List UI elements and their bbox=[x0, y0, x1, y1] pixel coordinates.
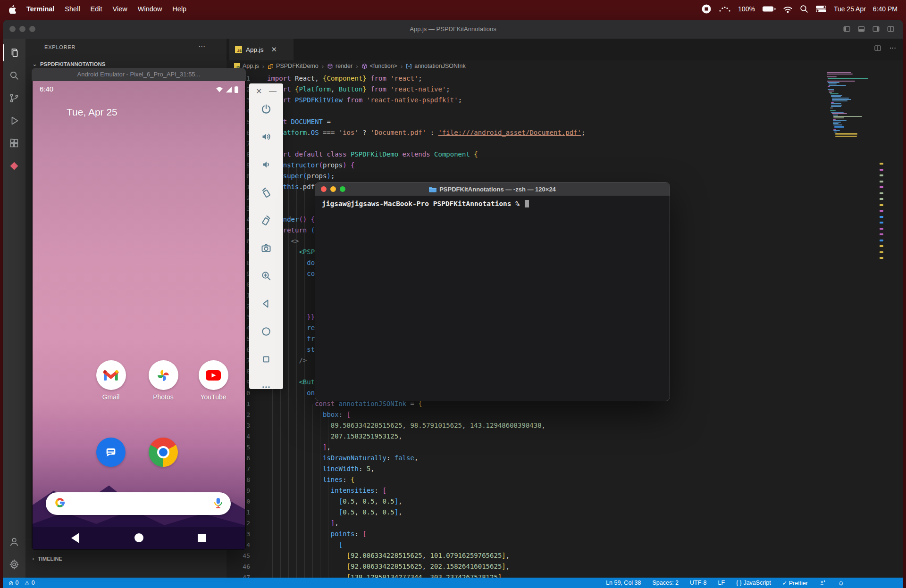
android-back-button[interactable] bbox=[71, 533, 79, 543]
android-overview-button[interactable] bbox=[198, 534, 206, 542]
emulator-toolbar-close-icon[interactable]: ✕ bbox=[256, 87, 262, 96]
voice-search-mic-icon[interactable] bbox=[212, 497, 223, 510]
vscode-titlebar[interactable]: App.js — PSPDFKitAnnotations bbox=[3, 20, 903, 39]
menubar-item-shell[interactable]: Shell bbox=[59, 5, 85, 13]
menubar-status-area: 100% Tue 25 Apr 6:40 PM bbox=[701, 4, 898, 14]
activity-bar-pspdfkit-icon[interactable] bbox=[3, 155, 25, 177]
problems-warnings[interactable]: ⚠0 bbox=[24, 580, 34, 587]
statusbar-item[interactable]: Spaces: 2 bbox=[652, 580, 679, 586]
control-center-icon[interactable] bbox=[815, 5, 827, 13]
menubar-time[interactable]: 6:40 PM bbox=[873, 5, 898, 13]
android-emulator-window[interactable]: Android Emulator - Pixel_6_Pro_API_31:55… bbox=[32, 68, 246, 550]
activity-bar-accounts-icon[interactable] bbox=[3, 530, 25, 553]
emulator-titlebar[interactable]: Android Emulator - Pixel_6_Pro_API_31:55… bbox=[32, 68, 246, 81]
app-icon-gmail[interactable]: Gmail bbox=[90, 360, 132, 401]
terminal-body[interactable]: jigsaw@jigsaws-MacBook-Pro PSPDFKitAnnot… bbox=[315, 196, 670, 401]
warning-icon: ⚠ bbox=[24, 580, 29, 587]
minimap-line bbox=[829, 92, 832, 93]
menubar-item-terminal[interactable]: Terminal bbox=[21, 5, 59, 13]
customize-layout-icon[interactable] bbox=[887, 25, 895, 33]
explorer-more-actions[interactable]: ⋯ bbox=[198, 42, 206, 51]
dock-icon-messages[interactable] bbox=[96, 438, 126, 467]
statusbar-item[interactable]: ✓ Prettier bbox=[782, 580, 808, 587]
tab-appjs[interactable]: JS App.js ✕ bbox=[229, 39, 294, 60]
line-number: 45 bbox=[229, 550, 250, 561]
menubar-app-menus: TerminalShellEditViewWindowHelp bbox=[21, 5, 192, 13]
android-home-button[interactable] bbox=[134, 533, 143, 542]
menubar-item-help[interactable]: Help bbox=[167, 5, 192, 13]
app-icon-photos[interactable]: Photos bbox=[142, 360, 185, 401]
minimap-line bbox=[834, 126, 844, 127]
terminal-titlebar[interactable]: PSPDFKitAnnotations — -zsh — 120×24 bbox=[315, 182, 670, 196]
problems-errors[interactable]: ⊘0 bbox=[8, 580, 18, 587]
battery-icon[interactable] bbox=[762, 6, 776, 12]
emulator-phone-screen[interactable]: 6:40 Tue, Apr 25 GmailPhotosYouTube bbox=[33, 81, 245, 549]
emulator-power-button[interactable] bbox=[260, 103, 272, 116]
minimap-line bbox=[833, 129, 836, 130]
error-icon: ⊘ bbox=[8, 580, 13, 587]
menubar-item-edit[interactable]: Edit bbox=[85, 5, 108, 13]
terminal-cursor bbox=[525, 200, 529, 207]
emulator-home-button[interactable] bbox=[260, 326, 272, 339]
notifications-bell-icon[interactable] bbox=[838, 580, 845, 587]
breadcrumb-item[interactable]: render bbox=[327, 63, 352, 69]
menubar-date[interactable]: Tue 25 Apr bbox=[834, 5, 866, 13]
breadcrumb-item[interactable]: annotationJSONInk bbox=[406, 63, 465, 69]
breadcrumb-item[interactable]: <function> bbox=[361, 63, 397, 69]
back-icon bbox=[260, 298, 272, 309]
wifi-icon[interactable] bbox=[783, 5, 793, 13]
screen-recording-stop-icon[interactable] bbox=[701, 4, 712, 14]
app-icon-youtube[interactable]: YouTube bbox=[192, 360, 235, 401]
explorer-folder-section[interactable]: ⌄PSPDFKITANNOTATIONS bbox=[32, 60, 106, 67]
emulator-toolbar-minimize-icon[interactable]: — bbox=[269, 87, 277, 96]
emulator-volume-down-button[interactable] bbox=[260, 159, 272, 172]
toggle-sidebar-icon[interactable] bbox=[843, 25, 851, 33]
activity-bar-source-control-icon[interactable] bbox=[3, 87, 25, 109]
statusbar-item[interactable]: UTF-8 bbox=[690, 580, 706, 586]
emulator-overview-button[interactable] bbox=[260, 354, 272, 367]
emulator-camera-button[interactable] bbox=[260, 242, 272, 256]
menubar-item-window[interactable]: Window bbox=[133, 5, 168, 13]
overview-ruler-mark bbox=[880, 181, 883, 182]
tab-label: App.js bbox=[246, 46, 264, 53]
statusbar-item[interactable]: Ln 59, Col 38 bbox=[606, 580, 641, 586]
apple-menu-icon[interactable] bbox=[8, 4, 17, 14]
toggle-secondary-sidebar-icon[interactable] bbox=[872, 25, 880, 33]
terminal-window[interactable]: PSPDFKitAnnotations — -zsh — 120×24 jigs… bbox=[315, 182, 670, 401]
google-search-bar[interactable] bbox=[46, 492, 231, 515]
activity-bar-settings-icon[interactable] bbox=[3, 553, 25, 576]
toggle-panel-icon[interactable] bbox=[857, 25, 865, 33]
code-line: lineWidth: 5, bbox=[267, 464, 375, 474]
emulator-back-button[interactable] bbox=[260, 298, 272, 311]
sidebar-section-timeline[interactable]: ›TIMELINE bbox=[25, 552, 226, 565]
statusbar-item[interactable]: LF bbox=[718, 580, 725, 586]
status-dots-icon[interactable] bbox=[719, 5, 731, 13]
spotlight-search-icon[interactable] bbox=[800, 5, 808, 13]
minimap-line bbox=[831, 95, 842, 96]
emulator-rotate-right-button[interactable] bbox=[260, 215, 272, 228]
breadcrumb-item[interactable]: PSPDFKitDemo bbox=[268, 63, 319, 69]
menubar-item-view[interactable]: View bbox=[108, 5, 133, 13]
tab-close-icon[interactable]: ✕ bbox=[271, 45, 277, 54]
statusbar-item[interactable]: { } JavaScript bbox=[736, 580, 771, 586]
feedback-icon[interactable] bbox=[819, 580, 826, 587]
dock-icon-chrome[interactable] bbox=[149, 438, 178, 467]
activity-bar-extensions-icon[interactable] bbox=[3, 132, 25, 155]
emulator-rotate-left-button[interactable] bbox=[260, 187, 272, 200]
minimap-line bbox=[833, 117, 844, 118]
code-line: intensities: [ bbox=[267, 485, 386, 496]
activity-bar-explorer-icon[interactable] bbox=[3, 41, 25, 64]
youtube-icon bbox=[199, 360, 228, 390]
emulator-zoom-button[interactable] bbox=[260, 270, 272, 283]
line-number: 47 bbox=[229, 572, 250, 578]
macos-menubar: TerminalShellEditViewWindowHelp 100% Tue… bbox=[0, 0, 906, 18]
emulator-volume-up-button[interactable] bbox=[260, 131, 272, 144]
emulator-more-button[interactable] bbox=[260, 381, 272, 395]
rotate-left-icon bbox=[260, 187, 272, 198]
overview-ruler-mark bbox=[880, 204, 883, 206]
more-actions-icon[interactable] bbox=[889, 44, 897, 52]
overview-ruler-mark bbox=[880, 245, 883, 247]
activity-bar-run-debug-icon[interactable] bbox=[3, 109, 25, 132]
split-editor-icon[interactable] bbox=[874, 44, 881, 52]
activity-bar-search-icon[interactable] bbox=[3, 64, 25, 87]
